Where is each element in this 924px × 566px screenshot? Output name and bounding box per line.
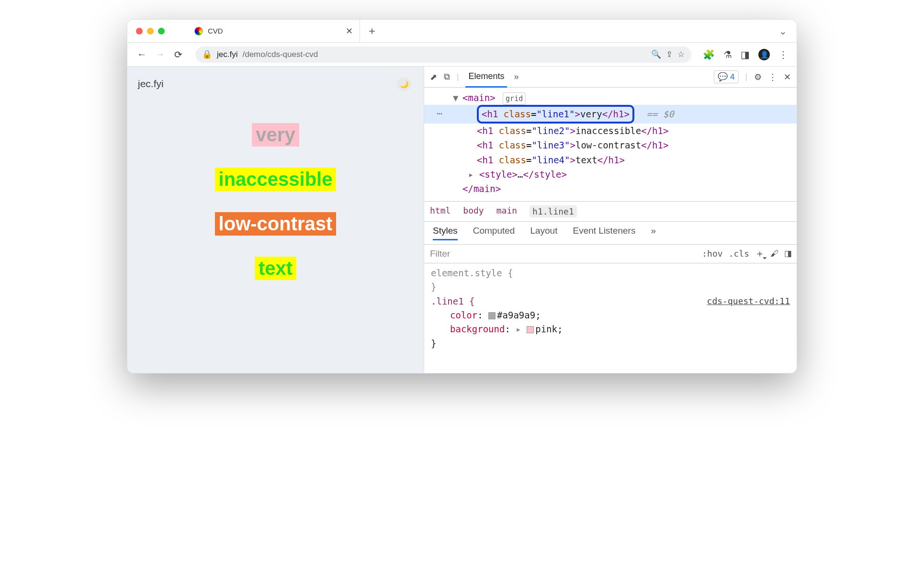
settings-icon[interactable]: ⚙ — [754, 72, 762, 82]
tab-computed[interactable]: Computed — [473, 226, 515, 240]
source-link[interactable]: cds-quest-cvd:11 — [707, 294, 790, 308]
heading-line1[interactable]: very — [252, 123, 299, 147]
toggle-hov[interactable]: :hov — [702, 249, 722, 259]
rule-close: } — [431, 338, 436, 349]
more-tabs-icon[interactable]: » — [514, 72, 518, 82]
element-style-close: } — [431, 282, 436, 292]
forward-button[interactable]: → — [154, 49, 166, 60]
prop-bg-val[interactable]: pink — [535, 324, 557, 334]
new-tab-button[interactable]: + — [360, 24, 384, 38]
issues-count: 4 — [730, 72, 734, 82]
theme-toggle-button[interactable]: 🌙 — [397, 77, 411, 91]
dom-node-style[interactable]: ▸ <style>…</style> — [424, 167, 797, 181]
rule-selector[interactable]: .line1 { — [431, 296, 475, 306]
color-swatch-gray[interactable] — [488, 312, 496, 319]
back-button[interactable]: ← — [136, 49, 147, 60]
prop-color-name[interactable]: color — [450, 310, 477, 320]
devtools-panel: ⬈ ⧉ | Elements » 💬 4 | ⚙ ⋮ ✕ ▼ <main> — [424, 67, 797, 373]
lock-icon: 🔒 — [202, 49, 212, 59]
crumb-main[interactable]: main — [496, 205, 517, 217]
zoom-icon[interactable]: 🔍 — [651, 49, 661, 59]
paint-icon[interactable]: 🖌 — [770, 249, 778, 259]
device-toolbar-icon[interactable]: ⧉ — [444, 72, 450, 82]
prop-bg-name[interactable]: background — [450, 324, 505, 334]
tab-styles[interactable]: Styles — [433, 226, 458, 240]
close-tab-icon[interactable]: ✕ — [346, 26, 353, 36]
site-name: jec.fyi — [127, 67, 424, 90]
share-icon[interactable]: ⇪ — [666, 49, 673, 59]
close-devtools-icon[interactable]: ✕ — [784, 72, 791, 82]
grid-badge[interactable]: grid — [503, 92, 526, 105]
dom-node-main-close[interactable]: </main> — [424, 181, 797, 196]
element-style-open: element.style { — [431, 268, 513, 278]
heading-line2[interactable]: inaccessible — [215, 168, 337, 191]
favicon-icon — [194, 27, 203, 35]
inspect-element-icon[interactable]: ⬈ — [430, 72, 437, 82]
styles-filter-input[interactable]: Filter — [429, 247, 696, 261]
kebab-menu-icon[interactable]: ⋮ — [768, 72, 777, 82]
expand-tabs-icon[interactable]: ⌄ — [769, 25, 797, 37]
menu-icon[interactable]: ⋮ — [778, 49, 788, 60]
styles-pane-tabs: Styles Computed Layout Event Listeners » — [424, 222, 797, 245]
content: jec.fyi 🌙 very inaccessible low-contrast… — [127, 67, 797, 373]
dom-node-main[interactable]: ▼ <main> grid — [424, 91, 797, 105]
dollar-zero: == $0 — [646, 109, 674, 119]
traffic-lights — [127, 28, 173, 34]
reload-button[interactable]: ⟳ — [172, 49, 184, 60]
browser-tab[interactable]: CVD ✕ — [188, 20, 360, 43]
tab-event-listeners[interactable]: Event Listeners — [573, 226, 635, 240]
url-bar: ← → ⟳ 🔒 jec.fyi/demo/cds-quest-cvd 🔍 ⇪ ☆… — [127, 43, 797, 67]
demo-content: very inaccessible low-contrast text — [127, 90, 424, 373]
dom-node-h1-line4[interactable]: <h1 class="line4">text</h1> — [424, 153, 797, 167]
dom-node-h1-line3[interactable]: <h1 class="line3">low-contrast</h1> — [424, 138, 797, 152]
styles-toolbar: Filter :hov .cls ＋⏷ 🖌 ◨ — [424, 245, 797, 263]
titlebar: CVD ✕ + ⌄ — [127, 20, 797, 43]
expand-icon[interactable]: ▼ — [453, 91, 458, 105]
devtools-header: ⬈ ⧉ | Elements » 💬 4 | ⚙ ⋮ ✕ — [424, 67, 797, 88]
color-swatch-pink[interactable] — [527, 326, 534, 333]
issues-badge[interactable]: 💬 4 — [714, 70, 738, 83]
url-path: /demo/cds-quest-cvd — [242, 50, 318, 59]
minimize-window-button[interactable] — [147, 28, 154, 34]
heading-line3[interactable]: low-contrast — [215, 212, 337, 236]
toolbar-icons: 🧩 ⚗ ◨ 👤 ⋮ — [703, 49, 788, 60]
dom-tree[interactable]: ▼ <main> grid <h1 class="line1">very</h1… — [424, 88, 797, 201]
extensions-icon[interactable]: 🧩 — [703, 49, 715, 60]
url-domain: jec.fyi — [217, 50, 237, 59]
close-window-button[interactable] — [136, 28, 143, 34]
heading-line4[interactable]: text — [255, 257, 296, 280]
tab-elements[interactable]: Elements — [465, 67, 507, 88]
more-style-tabs-icon[interactable]: » — [651, 226, 656, 240]
new-style-rule-button[interactable]: ＋⏷ — [755, 247, 765, 260]
styles-body[interactable]: element.style { } cds-quest-cvd:11 .line… — [424, 263, 797, 354]
profile-avatar[interactable]: 👤 — [758, 49, 770, 60]
crumb-selected[interactable]: h1.line1 — [530, 205, 577, 217]
computed-sidebar-icon[interactable]: ◨ — [784, 249, 792, 259]
dom-node-h1-line1[interactable]: <h1 class="line1">very</h1> == $0 — [424, 105, 797, 123]
maximize-window-button[interactable] — [158, 28, 165, 34]
toggle-cls[interactable]: .cls — [729, 249, 749, 259]
tab-title: CVD — [208, 27, 341, 35]
expand-shorthand-icon[interactable]: ▸ — [516, 324, 521, 334]
prop-color-val[interactable]: #a9a9a9 — [497, 310, 535, 320]
crumb-html[interactable]: html — [430, 205, 451, 217]
side-panel-icon[interactable]: ◨ — [741, 49, 750, 60]
page-viewport: jec.fyi 🌙 very inaccessible low-contrast… — [127, 67, 424, 373]
breadcrumb: html body main h1.line1 — [424, 201, 797, 222]
dom-node-h1-line2[interactable]: <h1 class="line2">inaccessible</h1> — [424, 124, 797, 138]
issues-icon: 💬 — [718, 72, 728, 82]
browser-window: CVD ✕ + ⌄ ← → ⟳ 🔒 jec.fyi/demo/cds-quest… — [127, 19, 797, 374]
tab-layout[interactable]: Layout — [530, 226, 557, 240]
crumb-body[interactable]: body — [463, 205, 484, 217]
bookmark-icon[interactable]: ☆ — [677, 49, 685, 59]
address-bar[interactable]: 🔒 jec.fyi/demo/cds-quest-cvd 🔍 ⇪ ☆ — [195, 46, 691, 63]
labs-icon[interactable]: ⚗ — [723, 49, 732, 60]
